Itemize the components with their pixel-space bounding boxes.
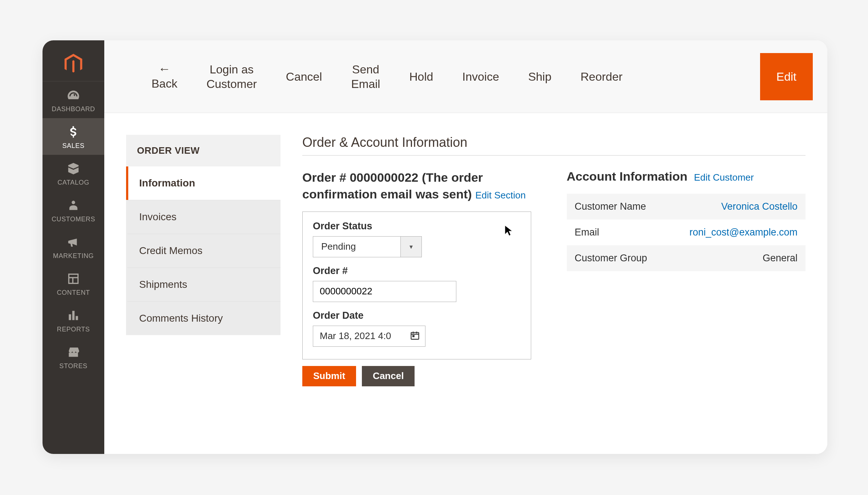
svg-rect-1 bbox=[413, 335, 414, 337]
nav-label: MARKETING bbox=[53, 252, 94, 260]
admin-side-nav: DASHBOARD SALES CATALOG CUSTOMERS MARKET bbox=[43, 40, 104, 454]
admin-order-view-window: DASHBOARD SALES CATALOG CUSTOMERS MARKET bbox=[43, 40, 827, 454]
back-button[interactable]: ← Back bbox=[137, 53, 192, 100]
nav-label: CONTENT bbox=[57, 289, 90, 297]
order-edit-form: Order Status Pending ▾ Order # Order Dat… bbox=[302, 212, 531, 359]
tab-information[interactable]: Information bbox=[126, 166, 280, 200]
order-heading: Order # 0000000022 (The order confirmati… bbox=[302, 169, 541, 203]
edit-order-button[interactable]: Edit bbox=[760, 53, 813, 100]
edit-section-link[interactable]: Edit Section bbox=[475, 190, 526, 201]
dollar-icon bbox=[66, 125, 81, 139]
order-date-input[interactable]: Mar 18, 2021 4:0 bbox=[313, 326, 425, 347]
cancel-order-button[interactable]: Cancel bbox=[271, 53, 337, 100]
submit-button[interactable]: Submit bbox=[302, 366, 356, 386]
nav-label: CATALOG bbox=[57, 179, 89, 186]
nav-label: SALES bbox=[62, 142, 84, 150]
order-number-label: Order # bbox=[313, 265, 521, 277]
customer-group-value: General bbox=[763, 253, 798, 264]
send-email-button[interactable]: Send Email bbox=[336, 53, 395, 100]
order-actions-toolbar: ← Back Login as Customer Cancel Send Ema… bbox=[104, 40, 827, 113]
person-icon bbox=[66, 198, 81, 213]
tab-shipments[interactable]: Shipments bbox=[126, 267, 280, 301]
arrow-left-icon: ← bbox=[158, 63, 171, 75]
nav-customers[interactable]: CUSTOMERS bbox=[43, 192, 104, 228]
order-info-column: Order # 0000000022 (The order confirmati… bbox=[302, 169, 541, 386]
nav-sales[interactable]: SALES bbox=[43, 118, 104, 155]
account-row-customer-group: Customer Group General bbox=[567, 245, 806, 271]
order-status-select[interactable]: Pending ▾ bbox=[313, 236, 422, 257]
tab-comments-history[interactable]: Comments History bbox=[126, 301, 280, 335]
bars-icon bbox=[66, 308, 81, 323]
login-as-customer-button[interactable]: Login as Customer bbox=[192, 53, 271, 100]
section-title: Order & Account Information bbox=[302, 135, 806, 156]
nav-dashboard[interactable]: DASHBOARD bbox=[43, 81, 104, 118]
nav-catalog[interactable]: CATALOG bbox=[43, 155, 104, 192]
order-status-value: Pending bbox=[313, 237, 400, 257]
tab-invoices[interactable]: Invoices bbox=[126, 200, 280, 234]
order-number-input[interactable] bbox=[313, 281, 456, 302]
order-number-heading: Order # 0000000022 bbox=[302, 170, 418, 184]
nav-content[interactable]: CONTENT bbox=[43, 265, 104, 302]
reorder-button[interactable]: Reorder bbox=[566, 53, 637, 100]
megaphone-icon bbox=[66, 235, 81, 249]
row-label: Customer Group bbox=[575, 253, 647, 264]
nav-label: DASHBOARD bbox=[52, 105, 95, 113]
nav-marketing[interactable]: MARKETING bbox=[43, 228, 104, 265]
cancel-button[interactable]: Cancel bbox=[362, 366, 415, 386]
order-date-value: Mar 18, 2021 4:0 bbox=[320, 330, 406, 342]
row-label: Customer Name bbox=[575, 201, 646, 212]
layout-icon bbox=[66, 271, 81, 286]
customer-name-link[interactable]: Veronica Costello bbox=[721, 201, 798, 212]
account-info-column: Account Information Edit Customer Custom… bbox=[567, 169, 806, 386]
account-row-customer-name: Customer Name Veronica Costello bbox=[567, 194, 806, 220]
account-info-table: Customer Name Veronica Costello Email ro… bbox=[567, 194, 806, 271]
box-icon bbox=[66, 161, 81, 176]
nav-label: CUSTOMERS bbox=[52, 216, 95, 223]
svg-rect-0 bbox=[411, 333, 419, 339]
tab-credit-memos[interactable]: Credit Memos bbox=[126, 234, 280, 267]
gauge-icon bbox=[66, 88, 81, 102]
order-view-tabs: ORDER VIEW Information Invoices Credit M… bbox=[126, 135, 280, 439]
order-view-title: ORDER VIEW bbox=[126, 135, 280, 166]
customer-email-link[interactable]: roni_cost@example.com bbox=[689, 227, 798, 238]
order-date-label: Order Date bbox=[313, 310, 521, 321]
nav-reports[interactable]: REPORTS bbox=[43, 302, 104, 338]
nav-stores[interactable]: STORES bbox=[43, 338, 104, 375]
storefront-icon bbox=[66, 345, 81, 359]
invoice-button[interactable]: Invoice bbox=[448, 53, 513, 100]
magento-logo[interactable] bbox=[43, 47, 104, 81]
edit-customer-link[interactable]: Edit Customer bbox=[694, 172, 754, 183]
account-info-heading: Account Information bbox=[567, 169, 687, 184]
back-label: Back bbox=[152, 76, 177, 91]
order-account-section: Order & Account Information Order # 0000… bbox=[302, 135, 806, 439]
row-label: Email bbox=[575, 227, 599, 238]
nav-label: STORES bbox=[59, 362, 87, 370]
nav-label: REPORTS bbox=[57, 326, 90, 333]
ship-button[interactable]: Ship bbox=[514, 53, 566, 100]
hold-button[interactable]: Hold bbox=[395, 53, 448, 100]
calendar-icon bbox=[410, 330, 420, 342]
chevron-down-icon: ▾ bbox=[400, 237, 421, 257]
order-status-label: Order Status bbox=[313, 221, 521, 232]
order-content: ORDER VIEW Information Invoices Credit M… bbox=[104, 113, 827, 454]
account-row-email: Email roni_cost@example.com bbox=[567, 220, 806, 245]
